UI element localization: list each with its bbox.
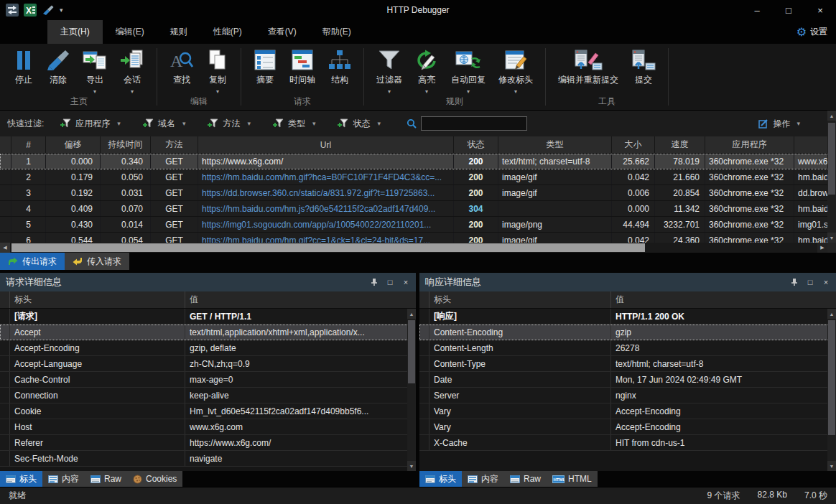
header-row[interactable]: Servernginx (419, 388, 836, 403)
menu-tab-rules[interactable]: 规则 (157, 20, 200, 44)
filter-method-button[interactable]: 方法▾ (207, 118, 251, 130)
header-row[interactable]: CookieHm_lvt_d60e542115f2ca02adf147d409b… (0, 403, 416, 419)
scrollbar-thumb[interactable] (408, 320, 415, 383)
pin-icon[interactable] (790, 278, 799, 286)
header-row[interactable]: Sec-Fetch-Modenavigate (0, 451, 416, 467)
table-row[interactable]: 5 0.430 0.014 GET https://img01.sogoucdn… (0, 217, 836, 233)
header-row[interactable]: Content-Encodinggzip (419, 325, 836, 340)
app-logo-icon[interactable] (6, 4, 19, 17)
header-row[interactable]: Hostwww.x6g.com (0, 419, 416, 435)
tab-raw[interactable]: Raw (504, 471, 547, 487)
header-row[interactable]: X-CacheHIT from cdn-us-1 (419, 435, 836, 451)
find-button[interactable]: A 查找 (163, 47, 200, 94)
pin-icon[interactable] (370, 278, 378, 286)
header-row[interactable]: [请求]GET / HTTP/1.1 (0, 309, 416, 325)
col-method[interactable]: 方法 (151, 136, 198, 153)
table-row[interactable]: 4 0.409 0.070 GET https://hm.baidu.com/h… (0, 201, 836, 217)
menu-tab-home[interactable]: 主页(H) (47, 20, 103, 44)
col-domain[interactable] (794, 136, 827, 153)
tab-cookies[interactable]: Cookies (127, 471, 182, 487)
col-duration[interactable]: 持续时间 (101, 136, 151, 153)
col-header-name[interactable]: 标头 (10, 291, 185, 308)
col-url[interactable]: Url (198, 136, 454, 153)
sessions-button[interactable]: 会话▾ (113, 47, 151, 94)
scroll-up-icon[interactable]: ▲ (827, 309, 836, 319)
header-row[interactable]: Content-Length26278 (419, 340, 836, 356)
header-row[interactable]: DateMon, 17 Jun 2024 02:49:49 GMT (419, 372, 836, 388)
tab-raw[interactable]: Raw (85, 471, 127, 487)
col-number[interactable]: # (11, 136, 46, 153)
col-header-value[interactable]: 值 (611, 291, 836, 308)
filter-type-button[interactable]: 类型▾ (272, 118, 316, 130)
header-row[interactable]: Cache-Controlmax-age=0 (0, 372, 416, 388)
edit-resubmit-button[interactable]: 编辑并重新提交 (552, 47, 625, 94)
close-icon[interactable]: × (401, 278, 410, 286)
horizontal-scrollbar[interactable]: ◀ ▶ (0, 243, 827, 253)
header-row[interactable]: Accepttext/html,application/xhtml+xml,ap… (0, 325, 416, 340)
tab-outgoing-requests[interactable]: 传出请求 (0, 253, 65, 270)
table-row[interactable]: 3 0.192 0.031 GET https://dd.browser.360… (0, 185, 836, 201)
minimize-button[interactable]: – (741, 0, 773, 20)
col-offset[interactable]: 偏移 (46, 136, 101, 153)
tab-incoming-requests[interactable]: 传入请求 (65, 253, 129, 270)
structure-button[interactable]: 结构 (322, 47, 358, 94)
close-button[interactable]: × (804, 0, 836, 20)
header-row[interactable]: Accept-Languagezh-CN,zh;q=0.9 (0, 356, 416, 372)
clear-brush-icon[interactable] (42, 4, 55, 17)
close-icon[interactable]: × (822, 278, 830, 286)
scrollbar-thumb[interactable] (828, 320, 835, 435)
actions-button[interactable]: 操作▾ (758, 118, 800, 130)
table-row-clipped[interactable]: 6 0.544 0.054 GET https://hm.baidu.com/h… (0, 233, 836, 243)
vertical-scrollbar[interactable]: ▲ ▼ (407, 309, 416, 471)
tab-headers[interactable]: 标头 (419, 471, 462, 487)
tab-content[interactable]: 内容 (462, 471, 504, 487)
header-row[interactable]: Connectionkeep-alive (0, 388, 416, 403)
col-size[interactable]: 大小 (612, 136, 655, 153)
table-row[interactable]: 1 0.000 0.340 GET https://www.x6g.com/ 2… (0, 154, 836, 169)
summary-button[interactable]: 摘要 (247, 47, 283, 94)
scroll-down-icon[interactable]: ▼ (407, 461, 416, 471)
auto-reply-button[interactable]: 自动回复▾ (445, 47, 492, 94)
filter-status-button[interactable]: 状态▾ (337, 118, 381, 130)
scroll-up-icon[interactable]: ▲ (827, 111, 836, 121)
search-input[interactable] (421, 116, 527, 131)
col-application[interactable]: 应用程序 (705, 136, 794, 153)
header-row[interactable]: Content-Typetext/html; charset=utf-8 (419, 356, 836, 372)
vertical-scrollbar[interactable]: ▲ ▼ (827, 111, 836, 243)
scroll-up-icon[interactable]: ▲ (407, 309, 416, 319)
submit-button[interactable]: 提交 (625, 47, 662, 94)
header-row[interactable]: VaryAccept-Encoding (419, 403, 836, 419)
menu-tab-view[interactable]: 查看(V) (255, 20, 310, 44)
filter-application-button[interactable]: 应用程序▾ (60, 118, 121, 130)
settings-button[interactable]: ⚙ 设置 (796, 20, 836, 44)
scrollbar-thumb[interactable] (828, 123, 835, 195)
scrollbar-thumb[interactable] (11, 243, 645, 252)
clear-button[interactable]: 清除 (40, 47, 76, 94)
restore-icon[interactable]: □ (386, 278, 394, 286)
tab-html[interactable]: HTML HTML (547, 471, 598, 487)
highlight-button[interactable]: 高亮▾ (409, 47, 445, 94)
vertical-scrollbar[interactable]: ▲ ▼ (827, 309, 836, 471)
stop-button[interactable]: 停止 (7, 47, 40, 94)
header-row[interactable]: Refererhttps://www.x6g.com/ (0, 435, 416, 451)
excel-export-icon[interactable]: X (24, 4, 37, 17)
col-status[interactable]: 状态 (454, 136, 498, 153)
col-header-value[interactable]: 值 (185, 291, 416, 308)
header-row[interactable]: Accept-Encodinggzip, deflate (0, 340, 416, 356)
col-speed[interactable]: 速度 (655, 136, 705, 153)
export-button[interactable]: 导出▾ (76, 47, 113, 94)
header-row[interactable]: [响应]HTTP/1.1 200 OK (419, 309, 836, 325)
tab-content[interactable]: 内容 (42, 471, 85, 487)
scroll-down-icon[interactable]: ▼ (827, 461, 836, 471)
menu-tab-help[interactable]: 帮助(E) (310, 20, 364, 44)
scroll-left-icon[interactable]: ◀ (0, 243, 10, 253)
copy-button[interactable]: 复制▾ (200, 47, 235, 94)
tab-headers[interactable]: 标头 (0, 471, 42, 487)
scroll-down-icon[interactable]: ▼ (827, 233, 836, 243)
filter-rules-button[interactable]: 过滤器▾ (370, 47, 409, 94)
table-row[interactable]: 2 0.179 0.050 GET https://hm.baidu.com/h… (0, 169, 836, 185)
filter-domain-button[interactable]: 域名▾ (142, 118, 186, 130)
scroll-right-icon[interactable]: ▶ (817, 243, 827, 253)
header-row[interactable]: VaryAccept-Encoding (419, 419, 836, 435)
timeline-button[interactable]: 时间轴 (283, 47, 322, 94)
